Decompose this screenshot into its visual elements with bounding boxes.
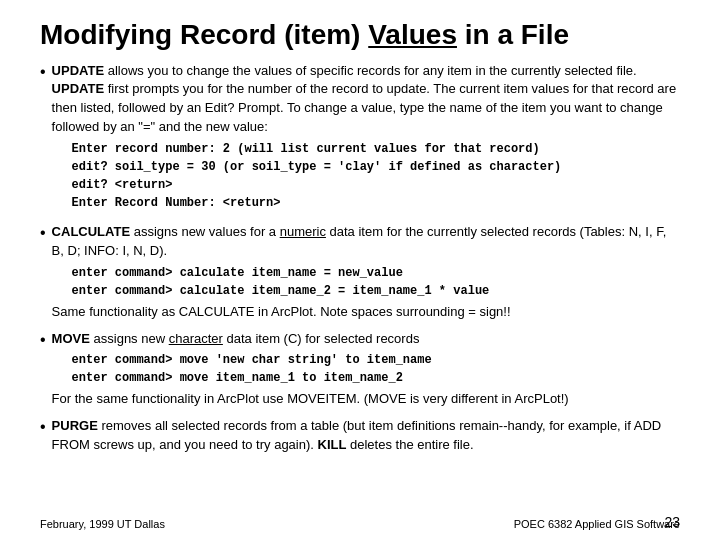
move-line2: enter command> move item_name_1 to item_… xyxy=(72,369,680,387)
title-part2: in a File xyxy=(457,19,569,50)
code-update-line3: edit? <return> xyxy=(72,176,680,194)
keyword-kill: KILL xyxy=(318,437,347,452)
bullet-calculate: • CALCULATE assigns new values for a num… xyxy=(40,223,680,322)
bullet-move-text: MOVE assigns new character data item (C)… xyxy=(52,330,680,410)
footer-left: February, 1999 UT Dallas xyxy=(40,518,165,530)
bullet-update-text: UPDATE allows you to change the values o… xyxy=(52,62,680,215)
bullet-update: • UPDATE allows you to change the values… xyxy=(40,62,680,215)
slide: Modifying Record (item) Values in a File… xyxy=(0,0,720,540)
title-underline: Values xyxy=(368,19,457,50)
calculate-text1: assigns new values for a numeric data it… xyxy=(52,224,667,258)
code-update-line1: Enter record number: 2 (will list curren… xyxy=(72,140,680,158)
move-line1: enter command> move 'new char string' to… xyxy=(72,351,680,369)
keyword-purge: PURGE xyxy=(52,418,98,433)
bullet-symbol-1: • xyxy=(40,61,46,215)
title-part1: Modifying Record (item) xyxy=(40,19,368,50)
update-text: allows you to change the values of speci… xyxy=(52,63,677,135)
calc-line2: enter command> calculate item_name_2 = i… xyxy=(72,282,680,300)
keyword-move: MOVE xyxy=(52,331,90,346)
bullet-calculate-text: CALCULATE assigns new values for a numer… xyxy=(52,223,680,322)
footer-center: POEC 6382 Applied GIS Software xyxy=(514,518,680,530)
code-update-line4: Enter Record Number: <return> xyxy=(72,194,680,212)
slide-content: • UPDATE allows you to change the values… xyxy=(40,62,680,455)
code-update-line2: edit? soil_type = 30 (or soil_type = 'cl… xyxy=(72,158,680,176)
slide-title: Modifying Record (item) Values in a File xyxy=(40,18,680,52)
kill-text: deletes the entire file. xyxy=(346,437,473,452)
keyword-calculate: CALCULATE xyxy=(52,224,130,239)
code-update: Enter record number: 2 (will list curren… xyxy=(72,140,680,212)
slide-footer: February, 1999 UT Dallas POEC 6382 Appli… xyxy=(40,518,680,530)
move-text: assigns new character data item (C) for … xyxy=(94,331,420,346)
bullet-symbol-3: • xyxy=(40,329,46,410)
bullet-symbol-4: • xyxy=(40,416,46,455)
calc-line1: enter command> calculate item_name = new… xyxy=(72,264,680,282)
keyword-update: UPDATE xyxy=(52,63,104,78)
page-number: 23 xyxy=(664,514,680,530)
code-calculate: enter command> calculate item_name = new… xyxy=(72,264,680,300)
bullet-purge-text: PURGE removes all selected records from … xyxy=(52,417,680,455)
code-move: enter command> move 'new char string' to… xyxy=(72,351,680,387)
move-note: For the same functionality in ArcPlot us… xyxy=(52,390,680,409)
bullet-purge: • PURGE removes all selected records fro… xyxy=(40,417,680,455)
calculate-note: Same functionality as CALCULATE in ArcPl… xyxy=(52,303,680,322)
bullet-move: • MOVE assigns new character data item (… xyxy=(40,330,680,410)
bullet-symbol-2: • xyxy=(40,222,46,322)
